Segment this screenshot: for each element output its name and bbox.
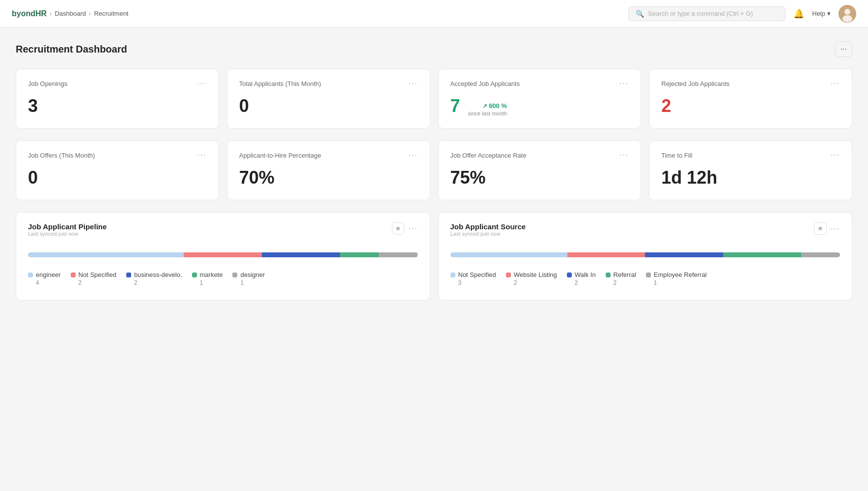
legend-dot bbox=[606, 273, 611, 277]
page-header: Recruitment Dashboard ··· bbox=[16, 41, 852, 57]
search-bar[interactable]: 🔍 Search or type a command (Ctrl + G) bbox=[628, 6, 785, 21]
legend-name: Not Specified bbox=[458, 271, 496, 278]
legend-item: Not Specified 3 bbox=[450, 271, 496, 286]
breadcrumb-dashboard[interactable]: Dashboard bbox=[55, 10, 86, 17]
bar-segment-designer bbox=[379, 252, 418, 257]
svg-point-1 bbox=[844, 9, 850, 15]
pipeline-filter-button[interactable]: ≡ bbox=[392, 222, 405, 235]
stat-menu-applicant-hire[interactable]: ··· bbox=[408, 151, 418, 160]
legend-item: engineer 4 bbox=[28, 271, 61, 286]
legend-name: Employee Referral bbox=[654, 271, 707, 278]
stat-card-job-openings: Job Openings ··· 3 bbox=[16, 69, 219, 129]
stat-menu-job-offers[interactable]: ··· bbox=[197, 151, 206, 160]
source-chart-subtitle: Last synced just now bbox=[450, 231, 526, 237]
stat-value-time-to-fill: 1d 12h bbox=[661, 167, 840, 188]
legend-count: 2 bbox=[126, 279, 182, 286]
pipeline-more-button[interactable]: ··· bbox=[408, 224, 418, 233]
filter-icon: ≡ bbox=[396, 225, 400, 232]
page-more-button[interactable]: ··· bbox=[835, 41, 852, 57]
source-chart-actions: ≡ ··· bbox=[814, 222, 840, 235]
main-content: Recruitment Dashboard ··· Job Openings ·… bbox=[0, 27, 868, 314]
legend-dot bbox=[126, 273, 131, 277]
legend-count: 2 bbox=[506, 279, 557, 286]
stat-card-job-offers: Job Offers (This Month) ··· 0 bbox=[16, 140, 219, 200]
legend-dot bbox=[506, 273, 511, 277]
breadcrumb-sep1: › bbox=[50, 10, 52, 17]
bar-segment-employee-referral bbox=[801, 252, 840, 257]
stat-label-rejected-applicants: Rejected Job Applicants bbox=[661, 80, 729, 87]
source-chart-card: Job Applicant Source Last synced just no… bbox=[438, 212, 853, 300]
legend-dot bbox=[450, 273, 455, 277]
legend-count: 2 bbox=[567, 279, 596, 286]
source-stacked-bar bbox=[450, 252, 840, 257]
pipeline-chart-title: Job Applicant Pipeline bbox=[28, 222, 107, 231]
stat-label-time-to-fill: Time to Fill bbox=[661, 152, 692, 159]
pipeline-legend: engineer 4 Not Specified 2 business-deve… bbox=[28, 271, 418, 286]
stat-label-applicant-hire: Applicant-to-Hire Percentage bbox=[239, 152, 321, 159]
legend-item: markete 1 bbox=[192, 271, 223, 286]
legend-name: business-develo. bbox=[134, 271, 182, 278]
legend-dot bbox=[567, 273, 572, 277]
breadcrumb-recruitment: Recruitment bbox=[94, 10, 128, 17]
legend-name: Not Specified bbox=[79, 271, 116, 278]
legend-item: Website Listing 2 bbox=[506, 271, 557, 286]
bar-segment-website-listing bbox=[567, 252, 645, 257]
stat-label-job-offers: Job Offers (This Month) bbox=[28, 152, 95, 159]
legend-item: Employee Referral 1 bbox=[646, 271, 707, 286]
stat-label-job-openings: Job Openings bbox=[28, 80, 67, 87]
legend-dot bbox=[232, 273, 237, 277]
brand-logo[interactable]: byondHR bbox=[12, 9, 47, 18]
legend-count: 2 bbox=[606, 279, 636, 286]
legend-count: 1 bbox=[232, 279, 265, 286]
notification-bell[interactable]: 🔔 bbox=[793, 8, 804, 19]
chevron-down-icon: ▾ bbox=[827, 10, 831, 17]
stat-menu-total-applicants[interactable]: ··· bbox=[408, 79, 418, 88]
stat-label-acceptance-rate: Job Offer Acceptance Rate bbox=[450, 152, 527, 159]
stat-menu-job-openings[interactable]: ··· bbox=[197, 79, 206, 88]
legend-dot bbox=[192, 273, 197, 277]
stat-label-accepted-applicants: Accepted Job Applicants bbox=[450, 80, 520, 87]
stat-menu-accepted-applicants[interactable]: ··· bbox=[619, 79, 629, 88]
source-chart-title: Job Applicant Source bbox=[450, 222, 526, 231]
legend-dot bbox=[646, 273, 651, 277]
pipeline-stacked-bar bbox=[28, 252, 418, 257]
stat-card-time-to-fill: Time to Fill ··· 1d 12h bbox=[649, 140, 852, 200]
legend-item: Not Specified 2 bbox=[71, 271, 116, 286]
topnav-right: 🔍 Search or type a command (Ctrl + G) 🔔 … bbox=[628, 5, 856, 23]
bar-segment-walk-in bbox=[645, 252, 723, 257]
stat-value-job-openings: 3 bbox=[28, 96, 207, 116]
bar-segment-not-specified bbox=[450, 252, 567, 257]
avatar[interactable] bbox=[839, 5, 856, 23]
legend-name: Walk In bbox=[575, 271, 596, 278]
stat-menu-acceptance-rate[interactable]: ··· bbox=[619, 151, 629, 160]
legend-item: designer 1 bbox=[232, 271, 265, 286]
bar-segment-referral bbox=[723, 252, 801, 257]
stat-card-acceptance-rate: Job Offer Acceptance Rate ··· 75% bbox=[438, 140, 642, 200]
topnav: byondHR › Dashboard › Recruitment 🔍 Sear… bbox=[0, 0, 868, 27]
source-filter-button[interactable]: ≡ bbox=[814, 222, 827, 235]
legend-count: 3 bbox=[450, 279, 496, 286]
legend-item: Referral 2 bbox=[606, 271, 636, 286]
pipeline-chart-actions: ≡ ··· bbox=[392, 222, 418, 235]
legend-dot bbox=[28, 273, 33, 277]
legend-count: 1 bbox=[646, 279, 707, 286]
legend-name: markete bbox=[200, 271, 223, 278]
stat-menu-time-to-fill[interactable]: ··· bbox=[831, 151, 840, 160]
stat-menu-rejected-applicants[interactable]: ··· bbox=[831, 79, 840, 88]
legend-name: engineer bbox=[36, 271, 61, 278]
breadcrumb-sep2: › bbox=[89, 10, 91, 17]
legend-count: 1 bbox=[192, 279, 223, 286]
help-button[interactable]: Help ▾ bbox=[812, 10, 831, 17]
stat-card-accepted-applicants: Accepted Job Applicants ··· 7 ↗ 600 % si… bbox=[438, 69, 642, 129]
stats-grid-row1: Job Openings ··· 3 Total Applicants (Thi… bbox=[16, 69, 852, 129]
pipeline-chart-subtitle: Last synced just now bbox=[28, 231, 107, 237]
legend-item: business-develo. 2 bbox=[126, 271, 182, 286]
stat-card-total-applicants: Total Applicants (This Month) ··· 0 bbox=[227, 69, 430, 129]
legend-name: Website Listing bbox=[514, 271, 557, 278]
source-more-button[interactable]: ··· bbox=[831, 224, 840, 233]
pipeline-chart-card: Job Applicant Pipeline Last synced just … bbox=[16, 212, 430, 300]
page-title: Recruitment Dashboard bbox=[16, 44, 127, 55]
stat-growth-accepted: ↗ 600 % since last month bbox=[468, 102, 507, 116]
stat-value-rejected-applicants: 2 bbox=[661, 96, 840, 116]
stat-label-total-applicants: Total Applicants (This Month) bbox=[239, 80, 321, 87]
